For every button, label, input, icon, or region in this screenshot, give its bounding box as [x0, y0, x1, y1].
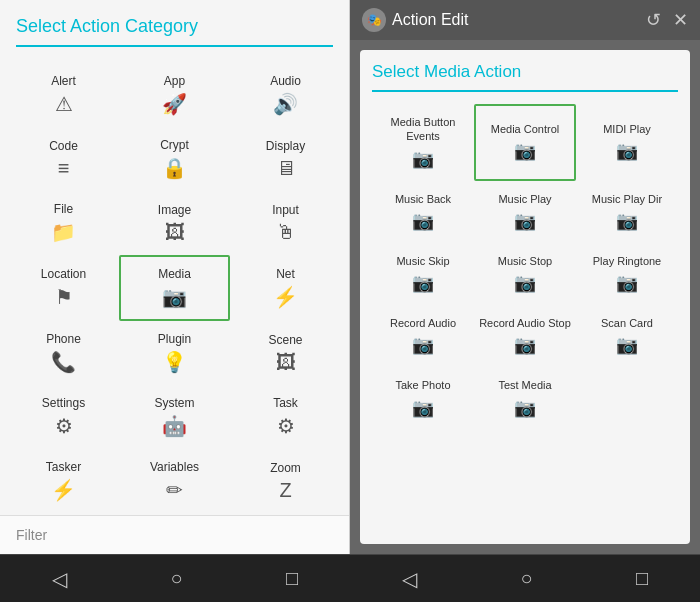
category-label: Display: [266, 139, 305, 153]
category-item-input[interactable]: Input 🖱: [230, 191, 341, 255]
media-icon: 📷: [412, 272, 434, 294]
category-icon: ⚙: [277, 414, 295, 438]
left-panel-title: Select Action Category: [16, 16, 333, 47]
media-item-midi-play[interactable]: MIDI Play 📷: [576, 104, 678, 181]
category-item-settings[interactable]: Settings ⚙: [8, 385, 119, 449]
category-icon: ⚑: [55, 285, 73, 309]
media-item-take-photo[interactable]: Take Photo 📷: [372, 367, 474, 429]
media-label: Record Audio Stop: [479, 316, 571, 330]
category-item-code[interactable]: Code ≡: [8, 127, 119, 191]
media-icon: 📷: [514, 272, 536, 294]
category-label: Code: [49, 139, 78, 153]
top-bar-app-icon: 🎭: [362, 8, 386, 32]
category-item-image[interactable]: Image 🖼: [119, 191, 230, 255]
left-panel: Select Action Category Alert ⚠ App 🚀 Aud…: [0, 0, 350, 554]
category-icon: 💡: [162, 350, 187, 374]
category-label: Phone: [46, 332, 81, 346]
category-item-app[interactable]: App 🚀: [119, 63, 230, 127]
refresh-button[interactable]: ↺: [646, 9, 661, 31]
media-item-music-stop[interactable]: Music Stop 📷: [474, 243, 576, 305]
category-label: System: [154, 396, 194, 410]
media-icon: 📷: [412, 148, 434, 170]
media-item-media-button-events[interactable]: Media Button Events 📷: [372, 104, 474, 181]
left-home-button[interactable]: ○: [162, 559, 190, 598]
media-item-music-play[interactable]: Music Play 📷: [474, 181, 576, 243]
category-icon: ⚡: [51, 478, 76, 502]
media-item-play-ringtone[interactable]: Play Ringtone 📷: [576, 243, 678, 305]
media-icon: 📷: [514, 397, 536, 419]
category-item-crypt[interactable]: Crypt 🔒: [119, 127, 230, 191]
category-item-net[interactable]: Net ⚡: [230, 255, 341, 321]
top-bar-actions: ↺ ✕: [646, 9, 688, 31]
category-label: Task: [273, 396, 298, 410]
category-item-phone[interactable]: Phone 📞: [8, 321, 119, 385]
category-label: Tasker: [46, 460, 81, 474]
media-item-music-back[interactable]: Music Back 📷: [372, 181, 474, 243]
close-button[interactable]: ✕: [673, 9, 688, 31]
category-item-task[interactable]: Task ⚙: [230, 385, 341, 449]
media-label: Media Button Events: [377, 115, 469, 144]
category-label: Input: [272, 203, 299, 217]
media-icon: 📷: [412, 397, 434, 419]
category-item-alert[interactable]: Alert ⚠: [8, 63, 119, 127]
category-item-system[interactable]: System 🤖: [119, 385, 230, 449]
category-label: Audio: [270, 74, 301, 88]
category-item-variables[interactable]: Variables ✏: [119, 449, 230, 513]
media-icon: 📷: [514, 140, 536, 162]
category-label: Zoom: [270, 461, 301, 475]
category-icon: 🔊: [273, 92, 298, 116]
media-item-music-play-dir[interactable]: Music Play Dir 📷: [576, 181, 678, 243]
media-label: Scan Card: [601, 316, 653, 330]
category-item-zoom[interactable]: Zoom Z: [230, 449, 341, 513]
category-icon: 🚀: [162, 92, 187, 116]
media-item-media-control[interactable]: Media Control 📷: [474, 104, 576, 181]
media-item-test-media[interactable]: Test Media 📷: [474, 367, 576, 429]
category-icon: 🖥: [276, 157, 296, 180]
right-back-button[interactable]: ◁: [394, 559, 425, 599]
right-recent-button[interactable]: □: [628, 559, 656, 598]
top-bar-title: Action Edit: [392, 11, 468, 29]
category-label: Plugin: [158, 332, 191, 346]
filter-bar: Filter: [0, 515, 349, 554]
category-item-plugin[interactable]: Plugin 💡: [119, 321, 230, 385]
category-icon: 🖼: [165, 221, 185, 244]
media-label: Record Audio: [390, 316, 456, 330]
media-label: Play Ringtone: [593, 254, 662, 268]
media-label: Media Control: [491, 122, 559, 136]
category-item-location[interactable]: Location ⚑: [8, 255, 119, 321]
right-nav: ◁ ○ □: [350, 554, 700, 602]
left-recent-button[interactable]: □: [278, 559, 306, 598]
category-item-audio[interactable]: Audio 🔊: [230, 63, 341, 127]
category-label: Net: [276, 267, 295, 281]
category-item-file[interactable]: File 📁: [8, 191, 119, 255]
category-icon: 📞: [51, 350, 76, 374]
category-item-media[interactable]: Media 📷: [119, 255, 230, 321]
category-item-scene[interactable]: Scene 🖼: [230, 321, 341, 385]
category-item-display[interactable]: Display 🖥: [230, 127, 341, 191]
category-icon: 🖱: [276, 221, 296, 244]
category-icon: Z: [279, 479, 291, 502]
media-label: Test Media: [498, 378, 551, 392]
media-label: MIDI Play: [603, 122, 651, 136]
category-label: Scene: [268, 333, 302, 347]
media-item-scan-card[interactable]: Scan Card 📷: [576, 305, 678, 367]
category-icon: 🖼: [276, 351, 296, 374]
category-label: Variables: [150, 460, 199, 474]
category-icon: ⚙: [55, 414, 73, 438]
media-item-record-audio-stop[interactable]: Record Audio Stop 📷: [474, 305, 576, 367]
media-item-music-skip[interactable]: Music Skip 📷: [372, 243, 474, 305]
left-nav: ◁ ○ □: [0, 554, 350, 602]
media-label: Music Stop: [498, 254, 552, 268]
media-grid: Media Button Events 📷 Media Control 📷 MI…: [372, 104, 678, 430]
right-home-button[interactable]: ○: [512, 559, 540, 598]
media-item-record-audio[interactable]: Record Audio 📷: [372, 305, 474, 367]
category-item-tasker[interactable]: Tasker ⚡: [8, 449, 119, 513]
media-icon: 📷: [616, 210, 638, 232]
media-icon: 📷: [616, 272, 638, 294]
category-label: Settings: [42, 396, 85, 410]
top-bar-left: 🎭 Action Edit: [362, 8, 468, 32]
right-content: Select Media Action Media Button Events …: [360, 50, 690, 544]
media-label: Take Photo: [395, 378, 450, 392]
right-panel: 🎭 Action Edit ↺ ✕ Select Media Action Me…: [350, 0, 700, 554]
left-back-button[interactable]: ◁: [44, 559, 75, 599]
